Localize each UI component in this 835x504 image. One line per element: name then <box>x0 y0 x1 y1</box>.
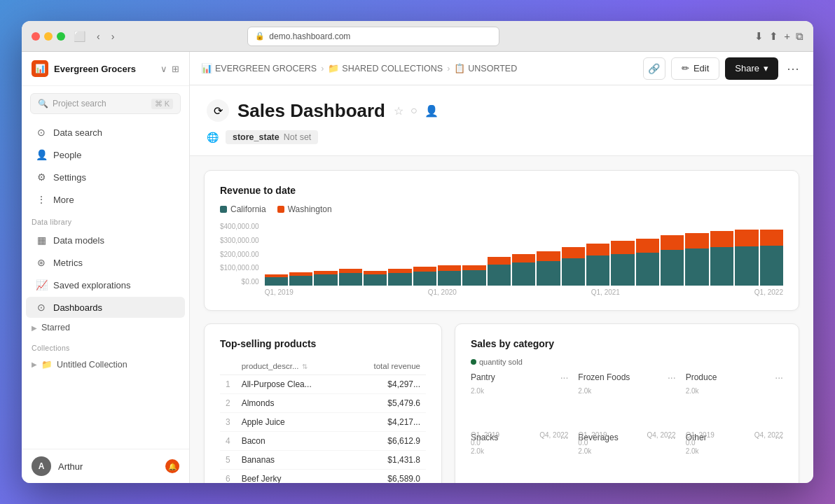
legend-california-label: California <box>230 204 266 214</box>
circle-icon[interactable]: ○ <box>410 104 418 118</box>
share-button[interactable]: Share ▾ <box>725 57 778 80</box>
filter-row: 🌐 store_state Not set <box>207 130 796 147</box>
address-bar[interactable]: 🔒 demo.hashboard.com <box>247 27 499 46</box>
tabs-icon[interactable]: ⧉ <box>796 30 803 43</box>
share-page-icon[interactable]: ⬆ <box>769 30 778 43</box>
product-revenue: $6,612.9 <box>347 432 426 451</box>
bar-group <box>462 223 485 286</box>
bar-teal <box>735 246 758 286</box>
y-axis-labels: $400,000.00 $300,000.00 $200,000.00 $100… <box>220 223 265 286</box>
star-icon[interactable]: ☆ <box>394 104 403 118</box>
category-item: Pantry ··· 2.0k Q1, 2019 Q4, 2022 0.0 <box>471 372 568 422</box>
bar-group <box>289 223 312 286</box>
back-button[interactable]: ‹ <box>94 29 103 43</box>
new-tab-icon[interactable]: + <box>784 30 790 43</box>
category-item: Produce ··· 2.0k Q1, 2019 Q4, 2022 0.0 <box>686 372 783 422</box>
minimize-button[interactable] <box>44 32 53 41</box>
dashboard-title: Sales Dashboard <box>237 100 385 122</box>
filter-badge[interactable]: store_state Not set <box>226 130 318 144</box>
bar-orange <box>735 230 758 246</box>
maximize-button[interactable] <box>57 32 65 41</box>
y-high-label: 2.0k <box>471 447 484 455</box>
legend-washington: Washington <box>277 204 332 214</box>
bar-group <box>562 223 585 286</box>
project-search-box[interactable]: 🔍 Project search ⌘ K <box>30 93 181 114</box>
search-placeholder: Project search <box>53 99 106 108</box>
person-icon[interactable]: 👤 <box>425 104 439 118</box>
category-header: Produce ··· <box>686 372 783 383</box>
top-products-title: Top-selling products <box>220 338 426 349</box>
browser-actions: ⬇ ⬆ + ⧉ <box>754 30 803 43</box>
edit-button[interactable]: ✏ Edit <box>671 57 719 80</box>
category-options-icon[interactable]: ··· <box>560 372 569 383</box>
download-icon[interactable]: ⬇ <box>754 30 764 43</box>
bar-group <box>636 223 659 286</box>
sidebar-item-more[interactable]: ⋮ More <box>26 189 185 210</box>
settings-label: Settings <box>53 172 86 183</box>
revenue-chart-body: $400,000.00 $300,000.00 $200,000.00 $100… <box>220 223 783 296</box>
bar-teal <box>661 250 684 286</box>
unsorted-icon: 📋 <box>454 63 465 74</box>
row-num: 2 <box>220 394 236 413</box>
traffic-lights <box>32 32 65 41</box>
data-search-icon: ⊙ <box>36 127 47 138</box>
more-label: More <box>53 195 74 205</box>
breadcrumb-org-label: EVERGREEN GROCERS <box>215 64 317 74</box>
notifications-icon[interactable]: 🔔 <box>165 459 179 473</box>
x-start-label: Q1, 2019 <box>471 431 499 439</box>
layout-icon[interactable]: ⊞ <box>172 64 179 74</box>
breadcrumb-item-shared[interactable]: 📁 SHARED COLLECTIONS <box>328 63 443 74</box>
sidebar-toggle-button[interactable]: ⬜ <box>71 29 88 43</box>
bar-orange <box>710 231 733 247</box>
breadcrumb-item-org[interactable]: 📊 EVERGREEN GROCERS <box>201 63 317 74</box>
sidebar-item-metrics[interactable]: ⊛ Metrics <box>26 252 185 273</box>
chevron-down-icon[interactable]: ∨ <box>160 64 167 74</box>
bar-teal <box>586 255 609 286</box>
bar-group <box>685 223 708 286</box>
people-label: People <box>53 150 81 160</box>
table-row: 3 Apple Juice $4,217... <box>220 413 426 432</box>
sparkline-svg <box>578 456 675 483</box>
bar-group <box>438 223 461 286</box>
product-table: product_descr... ⇅ total revenue <box>220 358 426 483</box>
starred-section[interactable]: ▶ Starred <box>22 318 189 337</box>
product-revenue: $5,479.6 <box>347 394 426 413</box>
category-options-icon[interactable]: ··· <box>668 372 676 383</box>
legend-orange-dot <box>277 206 284 213</box>
breadcrumb-item-unsorted[interactable]: 📋 UNSORTED <box>454 63 517 74</box>
edit-icon: ✏ <box>682 63 689 74</box>
y-label-1: $400,000.00 <box>220 223 259 230</box>
category-options-icon[interactable]: ··· <box>775 372 783 383</box>
sidebar-item-data-models[interactable]: ▦ Data models <box>26 230 185 251</box>
category-name: Pantry <box>471 372 495 382</box>
untitled-collection-item[interactable]: ▶ 📁 Untitled Collection <box>22 355 189 374</box>
folder-icon: 📁 <box>41 359 53 370</box>
link-button[interactable]: 🔗 <box>643 57 665 80</box>
col-product-header: product_descr... ⇅ <box>236 358 347 375</box>
sort-icon[interactable]: ⇅ <box>302 363 308 370</box>
bar-orange <box>462 265 485 270</box>
category-sparkline: 2.0k Q1, 2019 Q4, 2022 0.0 <box>686 447 783 482</box>
y-label-3: $200,000.00 <box>220 251 259 258</box>
bottom-row: Top-selling products product_descr... <box>204 323 799 483</box>
y-label-2: $300,000.00 <box>220 237 259 244</box>
sidebar-item-dashboards[interactable]: ⊙ Dashboards <box>26 297 185 318</box>
product-name: Apple Juice <box>236 413 347 432</box>
sidebar-item-saved-explorations[interactable]: 📈 Saved explorations <box>26 274 185 295</box>
sidebar-item-settings[interactable]: ⚙ Settings <box>26 167 185 188</box>
bar-teal <box>562 258 585 286</box>
avatar: A <box>32 456 51 476</box>
x-end-label: Q4, 2022 <box>647 431 676 439</box>
search-shortcut: ⌘ K <box>151 99 173 109</box>
bar-teal <box>462 270 485 286</box>
bar-group <box>488 223 511 286</box>
close-button[interactable] <box>32 32 40 41</box>
more-options-button[interactable]: ⋯ <box>784 61 802 76</box>
cards-grid: Revenue to date California Washington <box>190 156 813 483</box>
bar-teal <box>611 254 634 286</box>
sidebar-item-data-search[interactable]: ⊙ Data search <box>26 122 185 143</box>
forward-button[interactable]: › <box>109 29 118 43</box>
sidebar-item-people[interactable]: 👤 People <box>26 144 185 165</box>
bar-teal <box>339 273 362 286</box>
dashboard-title-row: ⟳ Sales Dashboard ☆ ○ 👤 <box>207 99 796 122</box>
